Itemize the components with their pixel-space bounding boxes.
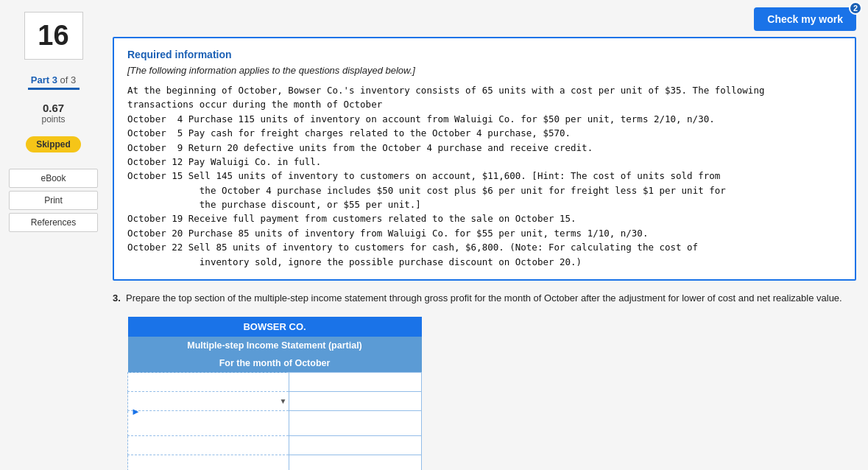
label-cell-5[interactable] bbox=[128, 455, 289, 470]
info-box: Required information [The following info… bbox=[113, 37, 856, 281]
value-cell-4[interactable] bbox=[289, 436, 422, 455]
label-cell-1[interactable] bbox=[128, 373, 289, 392]
table-period-row: For the month of October bbox=[128, 354, 422, 373]
value-cell-2[interactable] bbox=[289, 392, 422, 411]
value-input-4[interactable] bbox=[289, 436, 421, 455]
print-button[interactable]: Print bbox=[9, 191, 98, 210]
question-number: 16 bbox=[38, 20, 68, 52]
label-cell-2[interactable]: ▼ bbox=[128, 392, 289, 411]
value-cell-3[interactable] bbox=[289, 411, 422, 436]
table-subtitle-row: Multiple-step Income Statement (partial) bbox=[128, 337, 422, 354]
label-dropdown-input-2[interactable] bbox=[128, 395, 289, 408]
sidebar: 16 Part 3 of 3 0.67 points Skipped eBook… bbox=[0, 0, 107, 470]
question-number-inline: 3. bbox=[113, 292, 121, 304]
table-row: ► bbox=[128, 411, 422, 436]
ebook-button[interactable]: eBook bbox=[9, 169, 98, 188]
part-of: of 3 bbox=[60, 74, 77, 85]
label-cell-4[interactable] bbox=[128, 436, 289, 455]
top-bar: Check my work 2 bbox=[113, 7, 856, 31]
points-info: 0.67 points bbox=[41, 102, 65, 124]
sidebar-links: eBook Print References bbox=[9, 169, 98, 232]
value-cell-5[interactable] bbox=[289, 455, 422, 470]
references-button[interactable]: References bbox=[9, 213, 98, 232]
question-number-box: 16 bbox=[24, 12, 83, 60]
info-body-text: At the beginning of October, Bowser Co.'… bbox=[127, 83, 841, 269]
value-input-3[interactable] bbox=[289, 411, 421, 435]
table-row bbox=[128, 436, 422, 455]
label-input-1[interactable] bbox=[128, 373, 289, 391]
label-input-4[interactable] bbox=[128, 436, 289, 455]
label-input-5[interactable] bbox=[128, 455, 289, 470]
income-statement-table-wrapper: BOWSER CO. Multiple-step Income Statemen… bbox=[127, 317, 422, 470]
table-company-name: BOWSER CO. bbox=[128, 317, 422, 337]
main-content: Check my work 2 Required information [Th… bbox=[107, 0, 868, 470]
table-row bbox=[128, 455, 422, 470]
points-value: 0.67 bbox=[41, 102, 65, 114]
part-bold: Part 3 bbox=[31, 74, 57, 85]
question-text: 3. Prepare the top section of the multip… bbox=[113, 291, 856, 306]
label-cell-3[interactable]: ► bbox=[128, 411, 289, 436]
points-label: points bbox=[41, 114, 65, 124]
table-period: For the month of October bbox=[128, 354, 422, 373]
part-info: Part 3 of 3 bbox=[28, 74, 80, 85]
required-info-title: Required information bbox=[127, 49, 841, 60]
part-underline bbox=[28, 88, 80, 90]
question-section: 3. Prepare the top section of the multip… bbox=[113, 291, 856, 470]
table-subtitle: Multiple-step Income Statement (partial) bbox=[128, 337, 422, 354]
value-cell-1[interactable] bbox=[289, 373, 422, 392]
value-input-1[interactable] bbox=[289, 373, 421, 391]
info-italic-text: [The following information applies to th… bbox=[127, 65, 841, 76]
income-table: BOWSER CO. Multiple-step Income Statemen… bbox=[127, 317, 422, 470]
question-body: Prepare the top section of the multiple-… bbox=[126, 292, 842, 304]
badge-count: 2 bbox=[849, 1, 862, 15]
skipped-badge: Skipped bbox=[26, 136, 81, 152]
table-company-header-row: BOWSER CO. bbox=[128, 317, 422, 337]
check-my-work-button[interactable]: Check my work 2 bbox=[754, 7, 856, 31]
table-row bbox=[128, 373, 422, 392]
table-row: ▼ bbox=[128, 392, 422, 411]
value-input-5[interactable] bbox=[289, 455, 421, 470]
value-input-2[interactable] bbox=[289, 392, 421, 410]
